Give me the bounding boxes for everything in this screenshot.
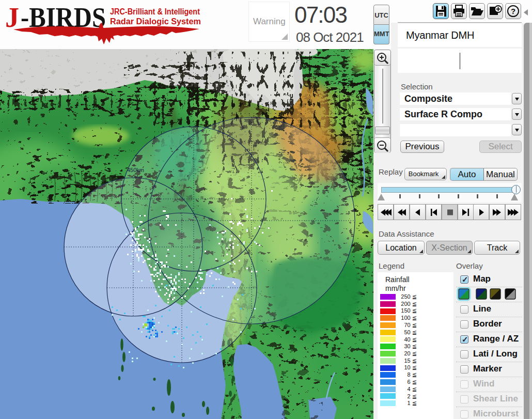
svg-text:JRC-Brilliant & Intelligent: JRC-Brilliant & Intelligent bbox=[110, 7, 200, 16]
svg-text:450km: 450km bbox=[127, 167, 144, 173]
svg-text:J: J bbox=[5, 2, 19, 33]
svg-text:Radar Dialogic System: Radar Dialogic System bbox=[110, 17, 201, 26]
svg-text:?: ? bbox=[511, 7, 515, 15]
